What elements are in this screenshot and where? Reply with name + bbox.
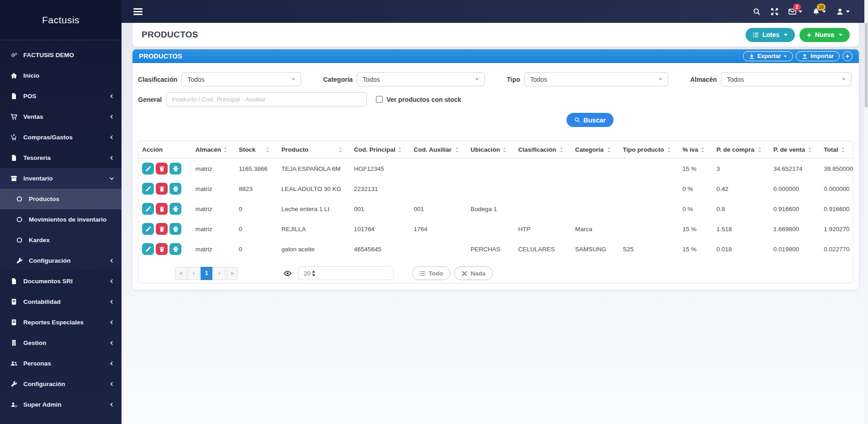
col-header-p-de-compra[interactable]: P. de compra [713, 141, 769, 159]
print-button[interactable] [169, 243, 181, 255]
print-button[interactable] [169, 203, 181, 215]
scrollbar[interactable] [864, 0, 868, 424]
sidebar-item-inventario[interactable]: Inventario [0, 168, 122, 189]
delete-button[interactable] [156, 223, 168, 235]
sidebar-item-reportes-especiales[interactable]: Reportes Especiales [0, 312, 122, 333]
radio-circle-icon [14, 196, 25, 202]
sidebar-item-label: Configuración [23, 381, 108, 387]
edit-button[interactable] [142, 183, 154, 195]
sort-icon[interactable] [398, 147, 402, 153]
sidebar-item-super-admin[interactable]: Super Admin [0, 394, 122, 415]
page-size-select[interactable]: 20 [298, 266, 394, 280]
buscar-button[interactable]: Buscar [566, 113, 614, 127]
topbar: 2 10 [122, 0, 868, 23]
importar-button[interactable]: Importar [796, 51, 840, 61]
sidebar-item-gestion[interactable]: Gestion [0, 333, 122, 353]
sidebar-item-compras-gastos[interactable]: Compras/Gastos [0, 127, 122, 148]
edit-button[interactable] [142, 163, 154, 175]
nueva-button[interactable]: + Nueva [799, 28, 850, 42]
file-icon [8, 93, 19, 100]
col-header-iva[interactable]: % iva [679, 141, 713, 159]
sidebar-item-tesoreria[interactable]: Tesoreria [0, 148, 122, 168]
edit-button[interactable] [142, 223, 154, 235]
col-header-p-de-venta[interactable]: P. de venta [770, 141, 820, 159]
sidebar-item-factusis-demo[interactable]: FACTUSIS DEMO [0, 45, 122, 65]
clasificacion-select[interactable]: Todos [181, 72, 301, 86]
col-header-total[interactable]: Total [820, 141, 853, 159]
col-header-cod-auxiliar[interactable]: Cod. Auxiliar [410, 141, 466, 159]
delete-button[interactable] [156, 203, 168, 215]
exportar-button[interactable]: Exportar [743, 51, 793, 61]
sidebar-item-pos[interactable]: POS [0, 86, 122, 106]
sort-icon[interactable] [841, 147, 845, 153]
scrollbar-thumb[interactable] [865, 23, 868, 107]
title-bar: PRODUCTOS Lotes + Nueva [132, 23, 859, 47]
messages-menu[interactable]: 2 [789, 8, 802, 16]
page-button-1[interactable]: 1 [201, 267, 212, 280]
col-header-tipo-producto[interactable]: Tipo producto [619, 141, 679, 159]
sidebar-item-configuracion[interactable]: Configuración [0, 250, 122, 271]
delete-button[interactable] [156, 183, 168, 195]
sort-icon[interactable] [339, 147, 342, 153]
print-button[interactable] [169, 183, 181, 195]
sort-icon[interactable] [607, 147, 611, 153]
general-search-input[interactable] [166, 92, 367, 106]
fullscreen-icon[interactable] [771, 8, 778, 16]
sort-icon[interactable] [701, 147, 704, 153]
last-page-button[interactable]: » [226, 267, 238, 280]
nada-button[interactable]: Nada [454, 266, 493, 280]
todo-button[interactable]: Todo [412, 266, 450, 280]
edit-button[interactable] [142, 243, 154, 255]
lotes-button[interactable]: Lotes [746, 28, 795, 42]
sort-icon[interactable] [560, 147, 563, 153]
add-button[interactable]: + [842, 51, 852, 61]
almacen-select[interactable]: Todos [721, 72, 852, 86]
sort-icon[interactable] [808, 147, 812, 153]
sidebar-item-productos[interactable]: Productos [0, 189, 122, 209]
sidebar-item-personas[interactable]: Personas [0, 353, 122, 374]
sort-icon[interactable] [758, 147, 762, 153]
print-button[interactable] [169, 163, 181, 175]
col-header-categoria[interactable]: Categoría [572, 141, 619, 159]
table-cell: 0.916600 [770, 199, 820, 219]
notifications-menu[interactable]: 10 [812, 8, 826, 16]
user-menu[interactable] [836, 8, 850, 16]
col-header-stock[interactable]: Stock [235, 141, 278, 159]
sidebar-item-kardex[interactable]: Kardex [0, 230, 122, 250]
magnifier-icon [753, 8, 761, 16]
stock-checkbox[interactable] [376, 96, 383, 103]
delete-button[interactable] [156, 243, 168, 255]
sidebar-item-inicio[interactable]: Inicio [0, 65, 122, 86]
next-page-button[interactable]: › [213, 267, 225, 280]
gears-icon [8, 52, 19, 58]
sidebar-item-configuracion[interactable]: Configuración [0, 374, 122, 394]
sidebar-item-documentos-sri[interactable]: Documentos SRI [0, 271, 122, 292]
sort-icon[interactable] [266, 147, 270, 153]
delete-button[interactable] [156, 163, 168, 175]
first-page-button[interactable]: « [175, 267, 187, 280]
prev-page-button[interactable]: ‹ [188, 267, 200, 280]
sidebar-item-ventas[interactable]: Ventas [0, 106, 122, 127]
col-header-cod-principal[interactable]: Cod. Principal [350, 141, 410, 159]
col-header-almacen[interactable]: Almacén [192, 141, 235, 159]
search-icon[interactable] [753, 8, 761, 16]
col-header-producto[interactable]: Producto [278, 141, 350, 159]
table-cell: 1.518 [713, 219, 769, 239]
tipo-select[interactable]: Todos [524, 72, 668, 86]
sidebar-item-contabilidad[interactable]: Contabilidad [0, 292, 122, 312]
sort-icon[interactable] [503, 147, 506, 153]
edit-button[interactable] [142, 203, 154, 215]
col-header-clasificacion[interactable]: Clasificación [514, 141, 571, 159]
sidebar-item-movimientos-de-inventario[interactable]: Movimientos de inventario [0, 209, 122, 230]
menu-toggle-icon[interactable] [133, 7, 143, 16]
sort-icon[interactable] [667, 147, 671, 153]
sort-icon[interactable] [223, 147, 227, 153]
pager: « ‹ 1 › » [175, 267, 238, 280]
eye-icon[interactable] [284, 270, 291, 277]
print-button[interactable] [169, 223, 181, 235]
brand-logo[interactable]: Factusis [0, 0, 122, 40]
stock-checkbox-group[interactable]: Ver productos con stock [376, 96, 461, 103]
sort-icon[interactable] [455, 147, 459, 153]
categoria-select[interactable]: Todos [357, 72, 485, 86]
col-header-ubicacion[interactable]: Ubicación [467, 141, 514, 159]
